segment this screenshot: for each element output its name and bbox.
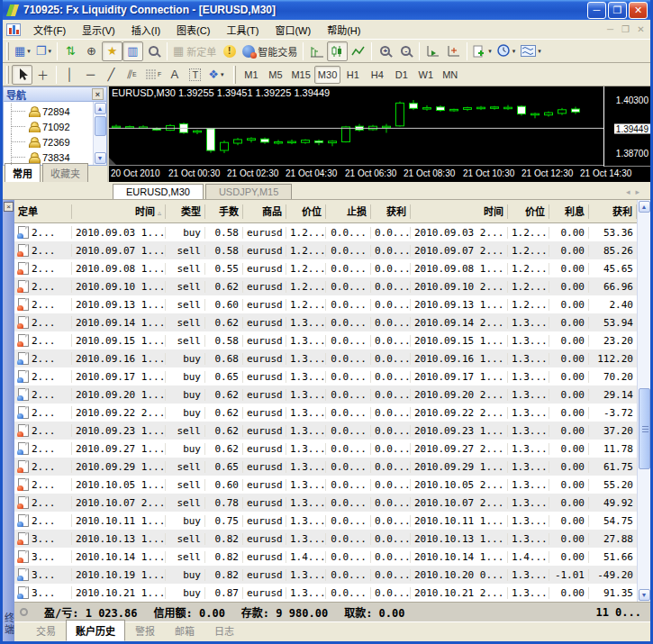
chart-tab[interactable]: USDJPY,M15	[205, 184, 292, 199]
timeframe-button[interactable]: M30	[314, 66, 340, 84]
timeframe-button[interactable]: M15	[287, 66, 313, 84]
table-row[interactable]: 3... 2010.10.13 1... sell 0.82 eurusd 1.…	[14, 530, 637, 548]
timeframe-button[interactable]: M1	[239, 66, 263, 84]
menu-item[interactable]: 文件(F)	[25, 20, 74, 40]
account-tree-item[interactable]: 71092	[4, 119, 93, 134]
maximize-button[interactable]: ❐	[608, 2, 627, 19]
col-close-time[interactable]: 时间	[411, 204, 508, 219]
terminal-tab[interactable]: 交易	[26, 620, 66, 641]
text-button[interactable]: A	[164, 65, 185, 85]
terminal-close-icon[interactable]: ×	[4, 202, 14, 212]
navigator-close-icon[interactable]: ×	[92, 88, 104, 100]
strategy-tester-button[interactable]	[143, 41, 164, 61]
minimize-button[interactable]: ─	[587, 2, 606, 19]
table-row[interactable]: 2... 2010.09.07 1... sell 0.58 eurusd 1.…	[14, 241, 637, 259]
col-open-price[interactable]: 价位	[286, 204, 326, 219]
scroll-down-icon[interactable]: ▼	[95, 152, 106, 164]
scroll-thumb[interactable]	[639, 388, 650, 469]
terminal-scrollbar[interactable]: ▲ ▼	[637, 200, 650, 602]
col-swap[interactable]: 利息	[549, 204, 589, 219]
account-tree-item[interactable]: 72369	[4, 134, 93, 150]
time-axis[interactable]: 20 Oct 201021 Oct 00:3021 Oct 02:3021 Oc…	[109, 167, 650, 182]
close-button[interactable]: ✕	[629, 2, 648, 19]
table-row[interactable]: 3... 2010.10.21 1... buy 0.87 eurusd 1.3…	[14, 584, 637, 602]
tab-scroll-arrows[interactable]: ◂▸	[626, 187, 645, 196]
table-row[interactable]: 2... 2010.09.16 1... buy 0.68 eurusd 1.3…	[14, 349, 637, 367]
zoom-out-button[interactable]: -	[395, 41, 416, 61]
price-axis[interactable]: 1.403001.394491.38700	[603, 86, 650, 167]
timeframe-button[interactable]: M5	[263, 66, 287, 84]
col-tp[interactable]: 获利	[371, 204, 411, 219]
table-row[interactable]: 2... 2010.09.14 1... sell 0.62 eurusd 1.…	[14, 313, 637, 331]
bar-chart-button[interactable]	[306, 41, 327, 61]
auto-scroll-button[interactable]	[422, 41, 443, 61]
data-window-button[interactable]: ⊕	[81, 41, 102, 61]
candlestick-button[interactable]	[327, 41, 348, 61]
table-row[interactable]: 2... 2010.10.05 1... sell 0.60 eurusd 1.…	[14, 476, 637, 494]
terminal-tab[interactable]: 邮箱	[165, 620, 204, 641]
col-profit[interactable]: 获利	[589, 204, 637, 219]
fibonacci-button[interactable]: F	[142, 65, 164, 85]
col-sl[interactable]: 止损	[326, 204, 371, 219]
mdi-restore-button[interactable]: ❐	[618, 24, 633, 34]
timeframe-button[interactable]: MN	[438, 66, 462, 84]
terminal-tab[interactable]: 日志	[204, 620, 244, 641]
chart-shift-button[interactable]	[443, 41, 464, 61]
timeframe-button[interactable]: H1	[340, 66, 365, 84]
col-order[interactable]: 定单	[14, 204, 72, 219]
terminal-button[interactable]: ▥	[122, 41, 143, 61]
toolbar-grip[interactable]	[6, 66, 9, 84]
account-tree-item[interactable]: 72894	[4, 104, 93, 119]
menu-item[interactable]: 插入(I)	[123, 20, 168, 40]
channel-button[interactable]: ⫽E	[122, 65, 142, 85]
scroll-thumb[interactable]	[95, 116, 106, 136]
navigator-button[interactable]: ★	[102, 41, 122, 61]
periods-button[interactable]: ▾	[494, 41, 519, 61]
chart-tab[interactable]: EURUSD,M30	[113, 184, 204, 199]
timeframe-button[interactable]: D1	[389, 66, 413, 84]
table-row[interactable]: 3... 2010.10.19 1... buy 0.82 eurusd 1.3…	[14, 566, 637, 584]
arrows-button[interactable]: ❖▾	[205, 65, 226, 85]
timeframe-button[interactable]: W1	[413, 66, 438, 84]
navigator-tab[interactable]: 收藏夹	[42, 163, 88, 182]
table-row[interactable]: 3... 2010.10.14 1... sell 0.82 eurusd 1.…	[14, 548, 637, 566]
chart-plot-area[interactable]: EURUSD,M30 1.39255 1.39451 1.39225 1.394…	[109, 86, 603, 166]
horizontal-line-button[interactable]: ─	[80, 65, 101, 85]
menu-item[interactable]: 窗口(W)	[267, 20, 319, 40]
navigator-scrollbar[interactable]: ▲ ▼	[93, 102, 106, 165]
table-row[interactable]: 2... 2010.09.27 1... buy 0.62 eurusd 1.3…	[14, 440, 637, 458]
terminal-tab[interactable]: 警报	[125, 620, 165, 641]
table-row[interactable]: 2... 2010.09.03 1... buy 0.58 eurusd 1.2…	[14, 223, 637, 241]
toolbar-grip[interactable]	[6, 42, 9, 60]
scroll-down-icon[interactable]: ▼	[639, 589, 650, 601]
menu-item[interactable]: 图表(C)	[168, 20, 218, 40]
table-row[interactable]: 2... 2010.09.20 1... buy 0.62 eurusd 1.3…	[14, 385, 637, 404]
expert-advisors-button[interactable]: 智能交易	[240, 41, 300, 61]
terminal-tab[interactable]: 账户历史	[66, 620, 125, 641]
new-order-button[interactable]: ▦新定单	[170, 41, 219, 61]
menu-item[interactable]: 帮助(H)	[319, 20, 368, 40]
zoom-in-button[interactable]: +	[375, 41, 395, 61]
menu-item[interactable]: 工具(T)	[218, 20, 267, 40]
col-type[interactable]: 类型	[166, 204, 205, 219]
new-chart-button[interactable]: ▦▾	[12, 41, 33, 61]
cursor-button[interactable]	[12, 65, 32, 85]
crosshair-button[interactable]: ＋	[32, 65, 53, 85]
table-row[interactable]: 2... 2010.09.23 1... sell 0.62 eurusd 1.…	[14, 422, 637, 440]
scroll-up-icon[interactable]: ▲	[95, 103, 106, 114]
line-chart-button[interactable]	[348, 41, 368, 61]
col-lots[interactable]: 手数	[205, 204, 243, 219]
table-row[interactable]: 2... 2010.10.11 1... buy 0.75 eurusd 1.3…	[14, 512, 637, 530]
navigator-tab[interactable]: 常用	[5, 163, 41, 182]
scroll-up-icon[interactable]: ▲	[639, 201, 650, 213]
text-label-button[interactable]: T	[185, 65, 205, 85]
table-row[interactable]: 2... 2010.09.08 1... sell 0.55 eurusd 1.…	[14, 259, 637, 277]
profiles-button[interactable]: ❐▾	[33, 41, 54, 61]
col-open-time[interactable]: 时间 ▵	[72, 204, 166, 219]
table-row[interactable]: 2... 2010.09.17 1... buy 0.65 eurusd 1.3…	[14, 367, 637, 385]
table-row[interactable]: 2... 2010.09.10 1... sell 0.62 eurusd 1.…	[14, 277, 637, 295]
table-row[interactable]: 2... 2010.09.13 1... sell 0.60 eurusd 1.…	[14, 295, 637, 313]
alert-button[interactable]: !	[219, 41, 240, 61]
menu-item[interactable]: 显示(V)	[74, 20, 123, 40]
table-row[interactable]: 2... 2010.09.22 2... buy 0.62 eurusd 1.3…	[14, 404, 637, 422]
